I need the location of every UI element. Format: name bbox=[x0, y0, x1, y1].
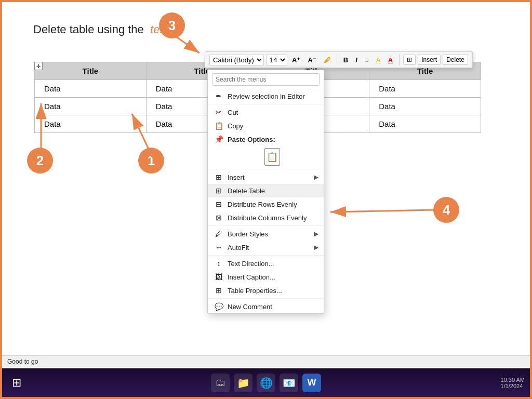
menu-item-border-styles[interactable]: 🖊 Border Styles ▶ bbox=[208, 227, 324, 241]
heading-label: Delete table using the bbox=[33, 23, 144, 36]
context-menu-search bbox=[208, 70, 324, 89]
taskbar-right: 10:30 AM1/1/2024 bbox=[501, 377, 525, 389]
table-cell: Data bbox=[35, 98, 147, 115]
menu-divider-2 bbox=[208, 169, 324, 169]
menu-item-delete-table[interactable]: ⊞ Delete Table bbox=[208, 184, 324, 197]
text-direction-label: Text Direction... bbox=[228, 260, 274, 268]
menu-item-insert[interactable]: ⊞ Insert ▶ bbox=[208, 170, 324, 184]
review-icon: ✒ bbox=[214, 92, 223, 100]
insert-button[interactable]: Insert bbox=[418, 55, 441, 65]
text-direction-icon: ↕ bbox=[214, 259, 223, 268]
italic-button[interactable]: I bbox=[353, 55, 360, 65]
menu-divider-4 bbox=[208, 255, 324, 256]
autofit-icon: ↔ bbox=[214, 243, 223, 251]
status-bar: Good to go bbox=[2, 355, 530, 367]
paste-icon-box[interactable]: 📋 bbox=[264, 148, 280, 166]
svg-line-4 bbox=[330, 210, 434, 212]
menu-item-distribute-rows[interactable]: ⊟ Distribute Rows Evenly bbox=[208, 197, 324, 211]
insert-label: Insert bbox=[228, 174, 245, 181]
align-button[interactable]: ≡ bbox=[362, 55, 371, 65]
autofit-arrow: ▶ bbox=[314, 244, 318, 251]
format-painter-button[interactable]: 🖌 bbox=[321, 55, 333, 65]
new-comment-icon: 💬 bbox=[214, 302, 223, 311]
floating-toolbar: Calibri (Body) 14 A⁺ A⁻ 🖌 B I ≡ A A ⊞ In… bbox=[205, 51, 473, 68]
search-input[interactable] bbox=[212, 73, 320, 86]
menu-divider-5 bbox=[208, 298, 324, 299]
main-content: Delete table using the text... ✛ Title T… bbox=[2, 2, 530, 371]
taskbar-filemanager[interactable]: 🗂 bbox=[211, 374, 230, 392]
menu-divider-1 bbox=[208, 104, 324, 104]
badge-4: 4 bbox=[433, 197, 459, 223]
border-styles-label: Border Styles bbox=[228, 230, 268, 238]
paste-label: Paste Options: bbox=[228, 136, 275, 143]
menu-item-new-comment[interactable]: 💬 New Comment bbox=[208, 300, 324, 313]
table-cell: Data bbox=[369, 115, 481, 133]
menu-item-text-direction[interactable]: ↕ Text Direction... bbox=[208, 257, 324, 270]
delete-table-icon: ⊞ bbox=[214, 187, 223, 195]
delete-table-label: Delete Table bbox=[228, 187, 265, 195]
taskbar-center: 🗂 📁 🌐 📧 W bbox=[211, 374, 321, 392]
bold-button[interactable]: B bbox=[341, 55, 351, 65]
menu-item-review[interactable]: ✒ Review selection in Editor bbox=[208, 89, 324, 103]
table-cell: Data bbox=[369, 80, 481, 98]
menu-item-autofit[interactable]: ↔ AutoFit ▶ bbox=[208, 241, 324, 254]
highlight-button[interactable]: A bbox=[373, 55, 383, 65]
insert-caption-label: Insert Caption... bbox=[228, 273, 275, 281]
heading-text: Delete table using the text... bbox=[33, 23, 178, 36]
table-properties-label: Table Properties... bbox=[228, 287, 282, 295]
cut-label: Cut bbox=[228, 109, 238, 116]
distribute-cols-icon: ⊠ bbox=[214, 214, 223, 222]
border-styles-icon: 🖊 bbox=[214, 230, 223, 238]
insert-table-button[interactable]: ⊞ bbox=[403, 55, 416, 65]
menu-item-insert-caption[interactable]: 🖼 Insert Caption... bbox=[208, 270, 324, 284]
table-header-1: Title bbox=[35, 62, 147, 80]
table-cell: Data bbox=[35, 115, 147, 133]
taskbar: ⊞ 🗂 📁 🌐 📧 W 10:30 AM1/1/2024 bbox=[2, 368, 530, 397]
copy-icon: 📋 bbox=[214, 122, 223, 130]
menu-item-cut[interactable]: ✂ Cut bbox=[208, 105, 324, 119]
toolbar-separator-2 bbox=[399, 54, 400, 65]
font-color-button[interactable]: A bbox=[385, 55, 395, 65]
distribute-rows-icon: ⊟ bbox=[214, 200, 223, 208]
status-text: Good to go bbox=[7, 358, 38, 365]
table-properties-icon: ⊞ bbox=[214, 286, 223, 295]
font-size-selector[interactable]: 14 bbox=[266, 55, 287, 65]
taskbar-time: 10:30 AM1/1/2024 bbox=[501, 377, 525, 389]
start-button[interactable]: ⊞ bbox=[7, 374, 26, 392]
badge-2: 2 bbox=[27, 148, 53, 174]
table-cell: Data bbox=[369, 98, 481, 115]
paste-icon: 📌 bbox=[214, 135, 223, 143]
toolbar-separator bbox=[337, 54, 337, 65]
table-cell: Data bbox=[35, 80, 147, 98]
context-menu: ✒ Review selection in Editor ✂ Cut 📋 Cop… bbox=[207, 70, 324, 314]
table-move-handle[interactable]: ✛ bbox=[34, 62, 43, 70]
new-comment-label: New Comment bbox=[228, 303, 272, 311]
cut-icon: ✂ bbox=[214, 108, 223, 116]
insert-icon: ⊞ bbox=[214, 173, 223, 181]
taskbar-outlook[interactable]: 📧 bbox=[280, 374, 298, 392]
delete-button[interactable]: Delete bbox=[443, 55, 468, 65]
menu-item-paste-header: 📌 Paste Options: bbox=[208, 132, 324, 146]
distribute-rows-label: Distribute Rows Evenly bbox=[228, 201, 297, 208]
insert-arrow: ▶ bbox=[314, 174, 318, 181]
paste-icons-row: 📋 bbox=[208, 146, 324, 168]
menu-item-table-properties[interactable]: ⊞ Table Properties... bbox=[208, 284, 324, 297]
distribute-cols-label: Distribute Columns Evenly bbox=[228, 214, 307, 222]
badge-1: 1 bbox=[138, 148, 164, 174]
insert-caption-icon: 🖼 bbox=[214, 273, 223, 281]
menu-divider-3 bbox=[208, 225, 324, 226]
font-selector[interactable]: Calibri (Body) bbox=[209, 55, 264, 65]
shrink-font-button[interactable]: A⁻ bbox=[305, 55, 318, 65]
menu-item-distribute-cols[interactable]: ⊠ Distribute Columns Evenly bbox=[208, 211, 324, 224]
taskbar-folder[interactable]: 📁 bbox=[234, 374, 252, 392]
badge-3: 3 bbox=[159, 12, 185, 38]
taskbar-word[interactable]: W bbox=[302, 374, 321, 392]
autofit-label: AutoFit bbox=[228, 244, 249, 251]
grow-font-button[interactable]: A⁺ bbox=[289, 55, 303, 65]
review-label: Review selection in Editor bbox=[228, 92, 305, 100]
taskbar-chrome[interactable]: 🌐 bbox=[257, 374, 275, 392]
copy-label: Copy bbox=[228, 122, 243, 130]
menu-item-copy[interactable]: 📋 Copy bbox=[208, 119, 324, 132]
border-styles-arrow: ▶ bbox=[314, 230, 318, 237]
